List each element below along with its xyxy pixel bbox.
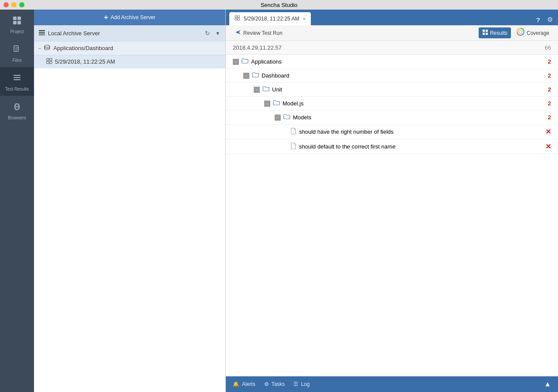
collapse-applications[interactable]: − xyxy=(233,59,239,65)
settings-button[interactable]: ⚙ xyxy=(545,14,555,25)
sidebar-item-project[interactable]: Project xyxy=(0,10,34,38)
result-row-models[interactable]: − Models 2 xyxy=(226,111,558,125)
tasks-button[interactable]: ⚙ Tasks xyxy=(264,381,285,387)
tab-close-button[interactable]: × xyxy=(303,16,305,21)
expand-panel-button[interactable]: ▲ xyxy=(544,380,551,388)
svg-rect-19 xyxy=(235,18,237,20)
help-button[interactable]: ? xyxy=(534,14,542,25)
svg-rect-24 xyxy=(486,33,488,35)
collapse-models[interactable]: − xyxy=(275,115,281,121)
svg-rect-9 xyxy=(39,30,45,31)
applications-count: 2 xyxy=(548,58,558,65)
sidebar-item-test-results-label: Test Results xyxy=(5,87,29,91)
log-label: Log xyxy=(301,381,310,387)
folder-icon-modeljs xyxy=(273,100,280,107)
log-button[interactable]: ☰ Log xyxy=(293,381,310,387)
gear-icon: ⚙ xyxy=(264,381,269,387)
sidebar-item-files[interactable]: Files xyxy=(0,38,34,67)
results-button[interactable]: Results xyxy=(479,27,511,38)
archive-server-header[interactable]: Local Archive Server ↻ ▾ xyxy=(34,25,225,41)
result-row-test2[interactable]: should default to the correct first name… xyxy=(226,139,558,154)
svg-rect-14 xyxy=(50,58,52,61)
archive-tree: − Applications/Dashboard xyxy=(34,41,225,392)
dropdown-button[interactable]: ▾ xyxy=(214,28,221,38)
sidebar-item-browsers[interactable]: Browsers xyxy=(0,96,34,125)
svg-rect-20 xyxy=(238,18,240,20)
log-icon: ☰ xyxy=(293,381,298,387)
collapse-unit[interactable]: − xyxy=(254,87,260,93)
test-results-icon xyxy=(12,73,22,85)
modeljs-label: Model.js xyxy=(282,100,303,107)
svg-rect-18 xyxy=(238,16,240,18)
archive-server-list-icon xyxy=(38,29,45,37)
tree-item-label: Applications/Dashboard xyxy=(53,45,113,51)
models-count: 2 xyxy=(548,114,558,121)
tree-item-applications-dashboard[interactable]: − Applications/Dashboard xyxy=(34,41,225,55)
collapse-dashboard[interactable]: − xyxy=(243,73,249,79)
dashboard-label: Dashboard xyxy=(262,72,289,79)
svg-rect-7 xyxy=(14,79,20,80)
maximize-button[interactable] xyxy=(19,2,24,7)
svg-rect-17 xyxy=(235,16,237,18)
tab-datetime[interactable]: 5/29/2018, 11:22:25 AM × xyxy=(229,12,311,25)
sidebar-item-project-label: Project xyxy=(10,29,24,34)
svg-rect-2 xyxy=(13,21,17,24)
sidebar-item-test-results[interactable]: Test Results xyxy=(0,67,34,96)
result-row-dashboard[interactable]: − Dashboard 2 xyxy=(226,69,558,83)
folder-icon-unit xyxy=(262,86,269,93)
db-icon xyxy=(44,44,51,52)
svg-rect-22 xyxy=(486,30,488,32)
review-test-run-button[interactable]: Review Test Run xyxy=(231,27,286,39)
send-icon xyxy=(235,29,242,37)
coverage-icon xyxy=(516,27,525,38)
dashboard-count: 2 xyxy=(548,72,558,79)
project-icon xyxy=(12,16,22,27)
tab-label: 5/29/2018, 11:22:25 AM xyxy=(244,16,299,22)
minimize-button[interactable] xyxy=(11,2,17,7)
version-label: 2018.4.29.11.22.57 xyxy=(233,44,282,51)
svg-rect-13 xyxy=(47,58,49,61)
test2-label: should default to the correct first name xyxy=(299,143,395,150)
window-title: Sencha Studio xyxy=(261,2,298,8)
archive-server-title: Local Archive Server xyxy=(48,30,201,37)
svg-point-26 xyxy=(519,30,522,34)
test1-file-icon xyxy=(290,128,296,136)
collapse-modeljs[interactable]: − xyxy=(264,101,270,107)
result-row-modeljs[interactable]: − Model.js 2 xyxy=(226,97,558,111)
result-row-applications[interactable]: − Applications 2 xyxy=(226,55,558,69)
coverage-button[interactable]: Coverage xyxy=(513,26,553,40)
tab-grid-icon xyxy=(235,15,240,22)
add-archive-label: Add Archive Server xyxy=(111,14,156,20)
toolbar: Review Test Run Results xyxy=(226,25,558,41)
sidebar-item-browsers-label: Browsers xyxy=(8,115,26,120)
collapse-icon: − xyxy=(38,46,41,51)
tasks-label: Tasks xyxy=(272,381,285,387)
svg-rect-6 xyxy=(14,77,20,78)
sidebar-item-files-label: Files xyxy=(12,58,21,63)
svg-rect-10 xyxy=(39,32,45,34)
svg-rect-11 xyxy=(39,34,45,35)
test1-result: ✕ xyxy=(545,128,558,136)
left-panel: + Add Archive Server Local Archive Serve… xyxy=(34,10,226,392)
tree-item-date-label: 5/29/2018, 11:22:25 AM xyxy=(55,58,115,65)
svg-rect-15 xyxy=(47,61,49,64)
browsers-icon xyxy=(12,102,22,114)
svg-rect-1 xyxy=(17,17,21,20)
alerts-button[interactable]: 🔔 Alerts xyxy=(233,381,255,387)
svg-point-12 xyxy=(44,45,50,47)
svg-rect-16 xyxy=(50,61,52,64)
add-archive-server-button[interactable]: + Add Archive Server xyxy=(34,10,225,25)
result-row-test1[interactable]: should have the right number of fields ✕ xyxy=(226,125,558,139)
plus-icon: + xyxy=(104,14,108,21)
close-button[interactable] xyxy=(3,2,9,7)
grid-icon xyxy=(46,58,52,65)
unit-count: 2 xyxy=(548,86,558,93)
result-row-unit[interactable]: − Unit 2 xyxy=(226,83,558,97)
svg-rect-0 xyxy=(13,17,17,20)
results-label: Results xyxy=(490,30,507,36)
test2-result: ✕ xyxy=(545,142,558,151)
results-area: 2018.4.29.11.22.57 66 − Applications xyxy=(226,41,558,376)
test1-label: should have the right number of fields xyxy=(299,128,394,135)
refresh-button[interactable]: ↻ xyxy=(203,28,212,38)
tree-item-datetime[interactable]: 5/29/2018, 11:22:25 AM xyxy=(34,55,225,68)
